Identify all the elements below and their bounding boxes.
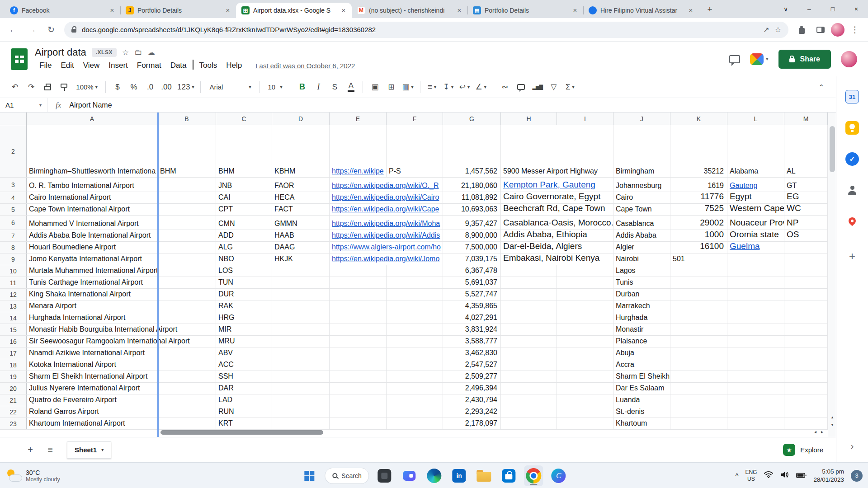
- window-maximize-button[interactable]: □: [821, 0, 844, 18]
- cell-M3[interactable]: GT: [784, 178, 828, 192]
- row-header-11[interactable]: 11: [0, 277, 27, 288]
- text-rotate-button[interactable]: ∠▾: [473, 80, 489, 95]
- cell-L10[interactable]: [727, 265, 784, 277]
- cell-A12[interactable]: King Shaka International Airport: [27, 289, 216, 300]
- cell-C16[interactable]: MRU: [216, 336, 272, 347]
- cell-M2[interactable]: AL: [784, 125, 828, 177]
- row-header-4[interactable]: 4: [0, 192, 27, 203]
- cell-M23[interactable]: [784, 418, 828, 429]
- paint-format-button[interactable]: [56, 80, 71, 95]
- cell-H8[interactable]: Dar-el-Beida, Algiers: [501, 242, 613, 253]
- cell-J20[interactable]: Dar Es Salaam: [613, 383, 670, 394]
- cell-A13[interactable]: Menara Airport: [27, 300, 216, 312]
- row-header-6[interactable]: 6: [0, 216, 27, 230]
- horizontal-scrollbar-thumb[interactable]: [160, 430, 323, 435]
- browser-tab-1[interactable]: fFacebook×: [5, 3, 120, 18]
- taskbar-search[interactable]: Search: [325, 468, 369, 484]
- insert-chart-button[interactable]: ▂▅▇: [530, 80, 545, 95]
- cell-F21[interactable]: [387, 394, 443, 406]
- cell-D9[interactable]: HKJK: [272, 253, 330, 265]
- cell-M8[interactable]: [784, 242, 828, 253]
- cell-F14[interactable]: [387, 312, 443, 324]
- cell-C13[interactable]: RAK: [216, 300, 272, 312]
- cell-G16[interactable]: 3,588,777: [443, 336, 501, 347]
- share-button[interactable]: Share: [778, 50, 831, 69]
- cell-A2[interactable]: Birmingham–Shuttlesworth Internationa: [27, 125, 158, 177]
- row-header-3[interactable]: 3: [0, 178, 27, 192]
- cell-A6[interactable]: Mohammed V International Airport: [27, 216, 216, 230]
- cell-L8[interactable]: Guelma: [727, 242, 784, 253]
- cell-A21[interactable]: Quatro de Fevereiro Airport: [27, 394, 216, 406]
- strikethrough-button[interactable]: S: [327, 80, 342, 95]
- menu-file[interactable]: File: [35, 60, 56, 71]
- contacts-icon[interactable]: [845, 183, 859, 197]
- browser-tab-2[interactable]: JPortfolio Details×: [120, 3, 236, 18]
- cell-I22[interactable]: [557, 406, 613, 418]
- cell-K8[interactable]: 16100: [670, 242, 727, 253]
- cell-C21[interactable]: LAD: [216, 394, 272, 406]
- row-header-19[interactable]: 19: [0, 371, 27, 382]
- cell-J11[interactable]: Tunis: [613, 277, 670, 288]
- cell-D15[interactable]: [272, 324, 330, 335]
- cell-D16[interactable]: [272, 336, 330, 347]
- cell-E9[interactable]: https://en.wikipedia.org/wiki/Jomo: [330, 253, 443, 265]
- menu-insert[interactable]: Insert: [104, 60, 132, 71]
- cell-J10[interactable]: Lagos: [613, 265, 670, 277]
- cell-C12[interactable]: DUR: [216, 289, 272, 300]
- cell-E6[interactable]: https://en.wikipedia.org/wiki/Moha: [330, 216, 443, 230]
- cell-K13[interactable]: [670, 300, 727, 312]
- cell-I15[interactable]: [557, 324, 613, 335]
- cell-G3[interactable]: 21,180,060: [443, 178, 501, 192]
- cell-I18[interactable]: [557, 359, 613, 371]
- cell-D4[interactable]: HECA: [272, 192, 330, 203]
- cell-L4[interactable]: Egypt: [727, 192, 784, 203]
- tab-search-icon[interactable]: ∨: [774, 0, 797, 18]
- cell-J18[interactable]: Accra: [613, 359, 670, 371]
- format-currency-button[interactable]: $: [110, 80, 125, 95]
- column-header-B[interactable]: B: [158, 113, 216, 125]
- bookmark-star-icon[interactable]: ☆: [775, 25, 781, 34]
- row-header-22[interactable]: 22: [0, 406, 27, 418]
- cell-F15[interactable]: [387, 324, 443, 335]
- cell-K6[interactable]: 29002: [670, 216, 727, 230]
- tab-close-icon[interactable]: ×: [339, 6, 348, 15]
- cell-C14[interactable]: HRG: [216, 312, 272, 324]
- row-header-9[interactable]: 9: [0, 253, 27, 265]
- column-header-I[interactable]: I: [557, 113, 613, 125]
- row-header-5[interactable]: 5: [0, 204, 27, 215]
- row-header-8[interactable]: 8: [0, 242, 27, 253]
- taskbar-teams-chat[interactable]: [400, 465, 419, 486]
- cell-E3[interactable]: https://en.wikipedia.org/wiki/O._R: [330, 178, 443, 192]
- cell-C15[interactable]: MIR: [216, 324, 272, 335]
- cell-A10[interactable]: Murtala Muhammed International Airport: [27, 265, 216, 277]
- cell-M11[interactable]: [784, 277, 828, 288]
- language-indicator[interactable]: ENGUS: [745, 469, 757, 482]
- row-header-17[interactable]: 17: [0, 347, 27, 359]
- cell-C2[interactable]: BHM: [216, 125, 272, 177]
- cell-A8[interactable]: Houari Boumediene Airport: [27, 242, 216, 253]
- cell-C18[interactable]: ACC: [216, 359, 272, 371]
- cell-J16[interactable]: Plaisance: [613, 336, 670, 347]
- cell-L18[interactable]: [727, 359, 784, 371]
- merge-cells-button[interactable]: ▥▾: [400, 80, 415, 95]
- cell-A20[interactable]: Julius Nyerere International Airport: [27, 383, 216, 394]
- cell-C6[interactable]: CMN: [216, 216, 272, 230]
- taskbar-app-dark[interactable]: [375, 465, 394, 486]
- row-header-12[interactable]: 12: [0, 289, 27, 300]
- cell-E21[interactable]: [330, 394, 387, 406]
- cell-K22[interactable]: [670, 406, 727, 418]
- cell-J21[interactable]: Luanda: [613, 394, 670, 406]
- cell-H5[interactable]: Beechcraft Rd, Cape Town: [501, 204, 613, 215]
- column-header-F[interactable]: F: [387, 113, 443, 125]
- cell-F20[interactable]: [387, 383, 443, 394]
- cell-K17[interactable]: [670, 347, 727, 359]
- cell-K19[interactable]: [670, 371, 727, 382]
- cell-G5[interactable]: 10,693,063: [443, 204, 501, 215]
- taskbar-file-explorer[interactable]: [475, 465, 494, 486]
- browser-tab-6[interactable]: Hire Filipino Virtual Assistar×: [583, 3, 699, 18]
- cell-G20[interactable]: 2,496,394: [443, 383, 501, 394]
- cell-L11[interactable]: [727, 277, 784, 288]
- cell-L6[interactable]: Nouaceur Prov: [727, 216, 784, 230]
- cell-H10[interactable]: [501, 265, 557, 277]
- vertical-scrollbar-thumb[interactable]: [830, 126, 835, 172]
